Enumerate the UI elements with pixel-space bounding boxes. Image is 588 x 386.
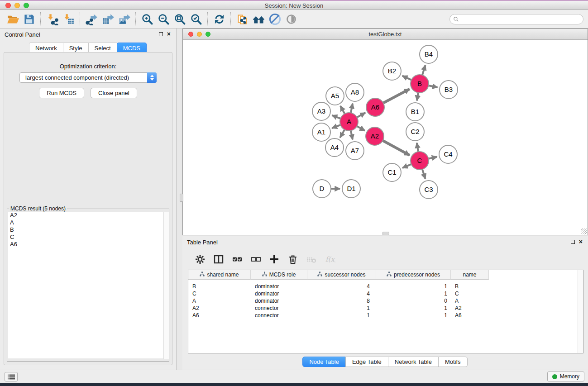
tab-node-table[interactable]: Node Table [302,357,346,367]
table-cell[interactable]: 1 [376,312,451,319]
table-cell[interactable]: 0 [376,298,451,304]
zoom-in-icon[interactable] [139,11,155,27]
select-stepper-icon [147,72,157,83]
float-panel-icon[interactable] [159,32,163,36]
delete-column-icon[interactable] [287,253,299,265]
columns-icon[interactable] [213,253,225,265]
zoom-out-icon[interactable] [155,11,172,27]
task-history-button[interactable] [5,372,18,381]
column-header-name[interactable]: name [451,270,489,280]
mcds-result-list[interactable]: A2ABCA6 [8,212,168,358]
table-cell[interactable]: 1 [307,305,376,311]
network-window-title: testGlobe.txt [183,31,588,38]
mcds-result-item[interactable]: C [8,234,168,241]
table-scrollbar[interactable] [578,270,583,353]
attribute-tree-icon [317,272,322,278]
column-header-predecessor-nodes[interactable]: predecessor nodes [376,270,451,280]
export-image-icon[interactable] [116,11,132,27]
network-canvas[interactable]: AA1A2A3A4A5A6A7A8BB1B2B3B4CC1C2C3C4DD1 [183,40,588,235]
column-header-successor-nodes[interactable]: successor nodes [307,270,376,280]
resize-grip-icon[interactable] [581,229,587,234]
toolbar-separator [230,12,231,26]
save-session-icon[interactable] [21,11,37,27]
table-cell[interactable]: 1 [376,283,451,290]
divider-grip[interactable] [382,232,389,235]
table-cell[interactable]: 1 [307,312,376,319]
function-builder-icon: f(x) [324,253,336,265]
table-row[interactable]: A6connector11A6 [188,312,583,319]
table-cell[interactable]: B [188,283,251,290]
result-list-scrollbar[interactable] [163,212,169,359]
tab-network-table[interactable]: Network Table [388,357,439,367]
app-titlebar: Session: New Session [0,1,588,10]
search-input[interactable] [449,14,583,24]
table-cell[interactable]: dominator [251,283,307,290]
toolbar-separator [80,12,80,26]
table-cell[interactable]: dominator [251,298,307,304]
table-cell[interactable]: A [451,298,489,304]
houses-icon[interactable] [250,11,267,27]
float-panel-icon[interactable] [571,240,575,244]
hide-graphics-details-icon[interactable] [267,11,283,27]
tab-motifs[interactable]: Motifs [438,357,468,367]
import-network-icon[interactable] [44,11,60,27]
import-table-icon[interactable] [60,11,76,27]
mcds-result-item[interactable]: A2 [8,212,168,219]
gear-icon[interactable] [194,253,206,265]
table-row[interactable]: Bdominator41B [188,283,583,290]
table-cell[interactable]: C [451,291,489,297]
close-panel-icon[interactable]: × [167,32,171,36]
refresh-icon[interactable] [211,11,227,27]
table-cell[interactable]: A6 [451,312,489,319]
table-row[interactable]: A2connector11A2 [188,305,583,312]
mcds-result-item[interactable]: A6 [8,241,168,248]
graph-node-label: A2 [371,132,379,140]
zoom-selected-icon[interactable] [188,11,204,27]
table-cell[interactable]: connector [251,312,307,319]
table-row[interactable]: Cdominator41C [188,290,583,297]
birds-eye-view-icon[interactable] [283,11,299,27]
memory-button[interactable]: Memory [547,372,584,381]
table-cell[interactable]: 4 [307,291,376,297]
export-network-icon[interactable] [83,11,100,27]
column-header-shared-name[interactable]: shared name [188,270,251,280]
svg-text:f(x): f(x) [325,255,335,263]
table-cell[interactable]: 1 [376,291,451,297]
close-panel-icon[interactable]: × [579,239,583,244]
criterion-select[interactable]: largest connected component (directed) [19,72,157,83]
table-cell[interactable]: 1 [376,305,451,311]
add-column-icon[interactable] [268,253,280,265]
table-cell[interactable]: connector [251,305,307,311]
open-file-icon[interactable] [5,11,21,27]
zoom-fit-icon[interactable] [172,11,188,27]
table-cell[interactable]: 8 [307,298,376,304]
duplicate-network-icon[interactable] [234,11,250,27]
hide-all-columns-icon[interactable] [250,253,262,265]
mcds-result-item[interactable]: A [8,219,168,226]
export-table-icon[interactable] [100,11,116,27]
table-cell[interactable]: A [188,298,251,304]
table-cell[interactable]: B [451,283,489,290]
table-row[interactable]: Adominator80A [188,297,583,305]
tab-edge-table[interactable]: Edge Table [345,357,388,367]
table-cell[interactable]: dominator [251,291,307,297]
graph-node-label: A4 [330,143,339,151]
run-mcds-button[interactable]: Run MCDS [39,88,84,98]
graph-node-label: A [347,118,351,125]
desktop-wallpaper-strip [0,383,588,386]
mcds-result-item[interactable]: B [8,226,168,234]
app-title: Session: New Session [0,2,588,9]
divider-grip[interactable] [180,194,183,202]
attribute-tree-icon [262,272,267,278]
toolbar-separator [135,12,136,26]
close-panel-button[interactable]: Close panel [91,88,137,98]
search-text[interactable] [461,15,583,24]
graph-node-label: A5 [331,92,339,100]
table-cell[interactable]: C [188,291,251,297]
table-cell[interactable]: A2 [188,305,251,311]
show-all-columns-icon[interactable] [231,253,243,265]
column-header-mcds-role[interactable]: MCDS role [251,270,307,280]
table-cell[interactable]: 4 [307,283,376,290]
table-cell[interactable]: A2 [451,305,489,311]
table-cell[interactable]: A6 [188,312,251,319]
